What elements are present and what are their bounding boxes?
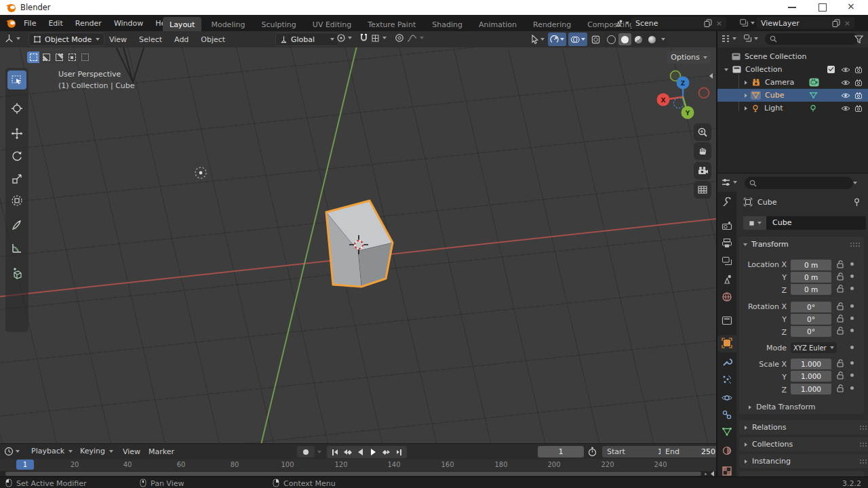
panel-grip-icon[interactable] bbox=[859, 459, 868, 464]
keyframe-dot[interactable] bbox=[850, 287, 854, 290]
navigation-gizmo[interactable]: Z X Y bbox=[651, 64, 715, 127]
playback-menu[interactable]: Playback bbox=[30, 447, 73, 455]
keyframe-dot[interactable] bbox=[850, 262, 854, 266]
current-frame-marker[interactable]: 1 bbox=[16, 460, 34, 470]
panel-grip-icon[interactable] bbox=[850, 242, 860, 247]
lock-icon[interactable] bbox=[837, 272, 844, 281]
sidebar-collapse-icon[interactable] bbox=[709, 73, 713, 79]
disclosure-right-icon[interactable] bbox=[745, 81, 747, 85]
outliner-display-mode-button[interactable] bbox=[743, 34, 758, 43]
editor-type-button[interactable] bbox=[4, 33, 20, 43]
menu-file[interactable]: File bbox=[18, 19, 42, 28]
filter-funnel-icon[interactable] bbox=[854, 35, 863, 43]
blender-menu-icon[interactable] bbox=[5, 18, 16, 28]
location-z-field[interactable]: 0 m bbox=[791, 284, 831, 295]
outliner-row-light[interactable]: Light bbox=[717, 102, 868, 115]
xray-toggle[interactable] bbox=[589, 34, 602, 45]
snap-target-icon[interactable] bbox=[371, 34, 380, 43]
remove-viewlayer-icon[interactable]: × bbox=[844, 19, 850, 28]
tab-world[interactable] bbox=[722, 291, 732, 302]
rotate-tool[interactable] bbox=[7, 146, 26, 165]
properties-search-input[interactable] bbox=[760, 178, 837, 188]
panel-grip-icon[interactable] bbox=[859, 425, 868, 430]
tab-render[interactable] bbox=[722, 220, 732, 231]
hide-eye-icon[interactable] bbox=[841, 79, 850, 86]
scale-z-field[interactable]: 1.000 bbox=[791, 384, 831, 394]
disclosure-right-icon[interactable] bbox=[745, 94, 747, 98]
outliner-row-scene-collection[interactable]: Scene Collection bbox=[717, 50, 868, 63]
chevron-down-icon[interactable] bbox=[853, 182, 857, 184]
keyframe-dot[interactable] bbox=[850, 373, 854, 377]
transform-panel-header[interactable]: Transform bbox=[743, 240, 860, 249]
render-visibility-icon[interactable] bbox=[855, 92, 864, 99]
menu-view[interactable]: View bbox=[103, 35, 133, 44]
collection-checkbox[interactable] bbox=[827, 66, 835, 73]
frame-end-field[interactable]: End 250 bbox=[660, 446, 720, 458]
hide-eye-icon[interactable] bbox=[841, 105, 850, 112]
timeline-scrollbar[interactable] bbox=[5, 472, 701, 476]
lock-icon[interactable] bbox=[837, 359, 844, 367]
scene-name-field[interactable]: Scene × bbox=[631, 17, 726, 29]
keyframe-dot[interactable] bbox=[850, 386, 854, 390]
properties-editor-button[interactable] bbox=[721, 178, 737, 187]
keyframe-dot[interactable] bbox=[850, 329, 854, 332]
hide-eye-icon[interactable] bbox=[841, 66, 850, 73]
select-mode-subtract-button[interactable] bbox=[53, 52, 65, 63]
gizmo-axis-neg-x[interactable] bbox=[699, 88, 709, 98]
maximize-button[interactable] bbox=[818, 3, 827, 12]
outliner-row-camera[interactable]: Camera bbox=[717, 76, 868, 89]
select-mode-invert-button[interactable] bbox=[66, 52, 78, 63]
object-name-id-button[interactable] bbox=[743, 216, 766, 230]
cube-label[interactable]: Cube bbox=[765, 91, 809, 100]
lock-icon[interactable] bbox=[837, 314, 844, 323]
lock-icon[interactable] bbox=[837, 302, 844, 310]
delta-transform-header[interactable]: Delta Transform bbox=[749, 403, 816, 411]
panel-grip-icon[interactable] bbox=[859, 442, 868, 447]
light-label[interactable]: Light bbox=[764, 104, 809, 113]
tab-modifiers[interactable] bbox=[722, 357, 732, 367]
tab-texture[interactable] bbox=[722, 466, 732, 476]
lock-icon[interactable] bbox=[837, 384, 844, 392]
keyframe-dot[interactable] bbox=[850, 361, 854, 365]
add-cube-tool[interactable] bbox=[7, 264, 26, 283]
light-object[interactable] bbox=[191, 163, 210, 182]
copy-icon[interactable] bbox=[704, 19, 712, 27]
lock-icon[interactable] bbox=[837, 371, 844, 380]
toggle-ortho-button[interactable] bbox=[694, 181, 711, 199]
options-dropdown[interactable]: Options bbox=[667, 51, 711, 64]
tab-collection[interactable] bbox=[722, 316, 732, 325]
shading-wireframe-button[interactable] bbox=[605, 33, 618, 45]
viewlayer-selector[interactable]: ViewLayer × bbox=[739, 17, 854, 29]
tab-physics[interactable] bbox=[722, 392, 732, 403]
tab-material[interactable] bbox=[722, 445, 732, 456]
gizmos-toggle[interactable] bbox=[548, 33, 566, 46]
gizmo-axis-neg-z[interactable] bbox=[674, 98, 684, 108]
outliner-row-cube-selected[interactable]: Cube bbox=[717, 89, 868, 102]
properties-search-field[interactable] bbox=[745, 177, 853, 189]
menu-window[interactable]: Window bbox=[108, 19, 149, 28]
tab-output[interactable] bbox=[722, 238, 732, 249]
orientation-dropdown[interactable]: Global bbox=[275, 33, 339, 46]
timeline-editor-button[interactable] bbox=[4, 447, 20, 456]
lock-icon[interactable] bbox=[837, 285, 844, 293]
lock-icon[interactable] bbox=[837, 260, 844, 268]
timeline-ruler[interactable]: 1 20 40 60 80 100 120 140 160 180 200 22… bbox=[0, 459, 717, 471]
auto-keying-button[interactable] bbox=[297, 446, 315, 458]
outliner-editor-button[interactable] bbox=[721, 34, 736, 43]
disclosure-right-icon[interactable] bbox=[745, 106, 747, 110]
stopwatch-icon[interactable] bbox=[587, 447, 597, 457]
unlink-scene-icon[interactable]: × bbox=[716, 19, 722, 28]
outliner-search-input[interactable] bbox=[781, 35, 844, 44]
current-frame-field[interactable]: 1 bbox=[538, 446, 584, 458]
camera-view-button[interactable] bbox=[694, 162, 711, 180]
play-button[interactable] bbox=[367, 449, 380, 455]
select-mode-intersect-button[interactable] bbox=[79, 52, 91, 63]
lock-icon[interactable] bbox=[837, 327, 844, 335]
outliner-search-field[interactable] bbox=[765, 33, 859, 45]
frame-start-field[interactable]: Start 1 bbox=[602, 446, 667, 458]
select-mode-new-button[interactable] bbox=[27, 52, 39, 63]
menu-select[interactable]: Select bbox=[133, 35, 168, 44]
scale-y-field[interactable]: 1.000 bbox=[791, 371, 831, 382]
instancing-panel[interactable]: Instancing bbox=[739, 454, 868, 468]
tab-view-layer[interactable] bbox=[722, 256, 732, 267]
